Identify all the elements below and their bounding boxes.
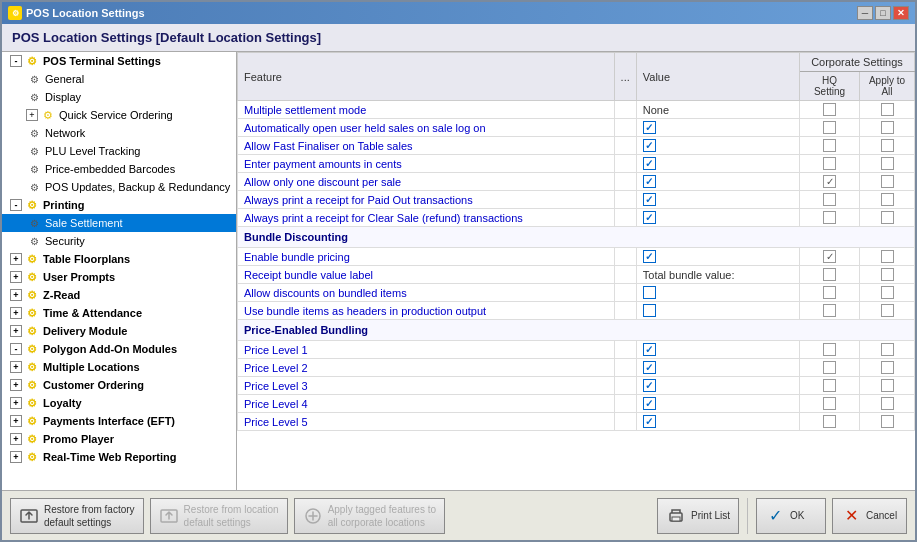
apply-checkbox[interactable] [881,193,894,206]
hq-check[interactable] [800,191,860,209]
sidebar-item-price-embedded[interactable]: ⚙ Price-embedded Barcodes [2,160,236,178]
apply-check[interactable] [860,101,915,119]
hq-checkbox[interactable] [823,157,836,170]
apply-checkbox[interactable] [881,157,894,170]
feature-checkbox[interactable] [643,415,656,428]
apply-corporate-button[interactable]: Apply tagged features toall corporate lo… [294,498,445,534]
apply-check[interactable] [860,341,915,359]
apply-checkbox[interactable] [881,175,894,188]
hq-checkbox[interactable] [823,211,836,224]
cancel-button[interactable]: ✕ Cancel [832,498,907,534]
hq-check[interactable] [800,395,860,413]
feature-checkbox[interactable] [643,304,656,317]
hq-checkbox[interactable] [823,268,836,281]
apply-check[interactable] [860,191,915,209]
feature-checkbox[interactable] [643,361,656,374]
apply-checkbox[interactable] [881,361,894,374]
hq-check[interactable] [800,155,860,173]
minimize-button[interactable]: ─ [857,6,873,20]
apply-check[interactable] [860,413,915,431]
sidebar-item-time-attendance[interactable]: + ⚙ Time & Attendance [2,304,236,322]
hq-check[interactable] [800,137,860,155]
apply-check[interactable] [860,395,915,413]
sidebar-item-z-read[interactable]: + ⚙ Z-Read [2,286,236,304]
print-list-button[interactable]: Print List [657,498,739,534]
hq-checkbox[interactable] [823,103,836,116]
apply-check[interactable] [860,248,915,266]
sidebar-item-user-prompts[interactable]: + ⚙ User Prompts [2,268,236,286]
apply-checkbox[interactable] [881,250,894,263]
apply-check[interactable] [860,302,915,320]
sidebar-item-quick-service[interactable]: + ⚙ Quick Service Ordering [2,106,236,124]
hq-check[interactable] [800,173,860,191]
apply-checkbox[interactable] [881,286,894,299]
sidebar-item-display[interactable]: ⚙ Display [2,88,236,106]
hq-check[interactable] [800,209,860,227]
hq-check[interactable] [800,266,860,284]
hq-checkbox[interactable] [823,379,836,392]
sidebar-item-security[interactable]: ⚙ Security [2,232,236,250]
feature-checkbox[interactable] [643,139,656,152]
hq-check[interactable] [800,359,860,377]
hq-checkbox[interactable] [823,286,836,299]
apply-check[interactable] [860,266,915,284]
feature-checkbox[interactable] [643,343,656,356]
hq-check[interactable] [800,302,860,320]
apply-checkbox[interactable] [881,121,894,134]
hq-checkbox[interactable] [823,397,836,410]
hq-checkbox[interactable] [823,175,836,188]
feature-checkbox[interactable] [643,379,656,392]
hq-checkbox[interactable] [823,415,836,428]
apply-check[interactable] [860,119,915,137]
hq-checkbox[interactable] [823,250,836,263]
sidebar-item-payments-eft[interactable]: + ⚙ Payments Interface (EFT) [2,412,236,430]
feature-checkbox[interactable] [643,175,656,188]
sidebar-item-plu-level[interactable]: ⚙ PLU Level Tracking [2,142,236,160]
sidebar-item-multiple-locations[interactable]: + ⚙ Multiple Locations [2,358,236,376]
apply-checkbox[interactable] [881,103,894,116]
hq-checkbox[interactable] [823,343,836,356]
apply-checkbox[interactable] [881,268,894,281]
feature-checkbox[interactable] [643,286,656,299]
feature-checkbox[interactable] [643,397,656,410]
sidebar-item-realtime-web[interactable]: + ⚙ Real-Time Web Reporting [2,448,236,466]
sidebar-item-pos-terminal[interactable]: - ⚙ POS Terminal Settings [2,52,236,70]
apply-check[interactable] [860,284,915,302]
hq-check[interactable] [800,377,860,395]
sidebar-item-sale-settlement[interactable]: ⚙ Sale Settlement [2,214,236,232]
hq-checkbox[interactable] [823,193,836,206]
apply-checkbox[interactable] [881,211,894,224]
hq-check[interactable] [800,284,860,302]
hq-checkbox[interactable] [823,361,836,374]
apply-checkbox[interactable] [881,397,894,410]
sidebar-item-customer-ordering[interactable]: + ⚙ Customer Ordering [2,376,236,394]
apply-checkbox[interactable] [881,139,894,152]
sidebar-item-delivery-module[interactable]: + ⚙ Delivery Module [2,322,236,340]
sidebar-item-table-floorplans[interactable]: + ⚙ Table Floorplans [2,250,236,268]
hq-check[interactable] [800,119,860,137]
hq-checkbox[interactable] [823,139,836,152]
feature-checkbox[interactable] [643,211,656,224]
apply-check[interactable] [860,173,915,191]
apply-check[interactable] [860,377,915,395]
sidebar-item-network[interactable]: ⚙ Network [2,124,236,142]
apply-checkbox[interactable] [881,415,894,428]
apply-check[interactable] [860,155,915,173]
restore-location-button[interactable]: Restore from locationdefault settings [150,498,288,534]
hq-check[interactable] [800,413,860,431]
sidebar-item-polygon-addon[interactable]: - ⚙ Polygon Add-On Modules [2,340,236,358]
sidebar-item-pos-updates[interactable]: ⚙ POS Updates, Backup & Redundancy [2,178,236,196]
apply-checkbox[interactable] [881,304,894,317]
sidebar-item-loyalty[interactable]: + ⚙ Loyalty [2,394,236,412]
feature-checkbox[interactable] [643,121,656,134]
restore-factory-button[interactable]: Restore from factorydefault settings [10,498,144,534]
hq-check[interactable] [800,248,860,266]
ok-button[interactable]: ✓ OK [756,498,826,534]
apply-check[interactable] [860,209,915,227]
apply-check[interactable] [860,137,915,155]
restore-button[interactable]: □ [875,6,891,20]
hq-checkbox[interactable] [823,121,836,134]
hq-checkbox[interactable] [823,304,836,317]
apply-checkbox[interactable] [881,379,894,392]
sidebar-item-promo-player[interactable]: + ⚙ Promo Player [2,430,236,448]
